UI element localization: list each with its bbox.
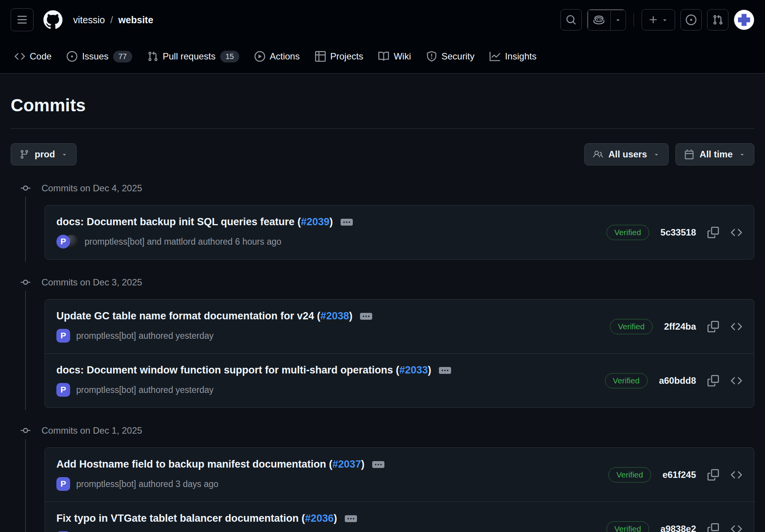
commit-pr-link[interactable]: #2036 (305, 513, 334, 524)
commit-actions: Verified e61f245 (599, 467, 743, 482)
author-avatar[interactable]: P (56, 383, 70, 397)
commit-pr-link[interactable]: #2039 (301, 216, 330, 228)
ellipsis-icon (343, 221, 345, 223)
chevron-down-icon (615, 16, 621, 23)
issues-dashboard-button[interactable] (680, 9, 702, 30)
hamburger-menu-button[interactable] (11, 8, 34, 31)
tab-wiki[interactable]: Wiki (371, 40, 418, 73)
chevron-down-icon (61, 151, 68, 158)
commit-message-expander[interactable] (341, 219, 353, 226)
commit-message-expander[interactable] (372, 461, 384, 468)
author-avatar[interactable]: P (56, 477, 70, 491)
tab-projects[interactable]: Projects (307, 40, 371, 73)
ellipsis-icon (368, 316, 370, 317)
git-commit-icon (19, 277, 32, 287)
commit-pr-link[interactable]: #2037 (333, 458, 361, 470)
issue-opened-icon (67, 51, 77, 62)
commit-message-expander[interactable] (439, 367, 451, 374)
commit-title-text: Fix typo in VTGate tablet balancer docum… (56, 513, 305, 524)
verified-badge[interactable]: Verified (610, 319, 653, 334)
search-button[interactable] (560, 9, 582, 30)
copilot-button[interactable] (587, 10, 610, 30)
commit-title-link[interactable]: Add Hostname field to backup manifest do… (56, 458, 365, 470)
verified-badge[interactable]: Verified (607, 225, 649, 240)
search-icon (566, 14, 576, 25)
tab-pull-requests[interactable]: Pull requests 15 (140, 40, 247, 73)
author-avatar[interactable]: P (56, 329, 70, 343)
breadcrumb-owner[interactable]: vitessio (73, 14, 105, 26)
commit-actions: Verified a9838e2 (597, 521, 743, 532)
branch-label: prod (35, 149, 55, 160)
commit-title-link[interactable]: docs: Document window function support f… (56, 364, 431, 376)
verified-badge[interactable]: Verified (608, 467, 651, 482)
group-body: docs: Document backup init SQL queries f… (11, 205, 754, 260)
copilot-menu-caret[interactable] (610, 10, 626, 30)
tab-issues[interactable]: Issues 77 (59, 40, 140, 73)
commit-title-link[interactable]: Fix typo in VTGate tablet balancer docum… (56, 513, 337, 524)
commit-info: docs: Document window function support f… (56, 364, 451, 397)
commit-info: Fix typo in VTGate tablet balancer docum… (56, 513, 357, 532)
browse-code-button[interactable] (730, 523, 743, 532)
branch-selector[interactable]: prod (11, 143, 77, 165)
git-pull-request-icon (712, 14, 723, 25)
group-date-heading: Commits on Dec 1, 2025 (42, 425, 142, 436)
breadcrumb-repo[interactable]: website (118, 14, 154, 26)
copy-sha-button[interactable] (707, 375, 719, 386)
main-content: Commits prod All users (0, 95, 765, 532)
commit-info: Add Hostname field to backup manifest do… (56, 458, 384, 491)
commit-group: Commits on Dec 3, 2025 Update GC table n… (11, 277, 754, 408)
issue-opened-icon (686, 14, 696, 25)
verified-badge[interactable]: Verified (607, 521, 649, 532)
time-filter-button[interactable]: All time (675, 143, 754, 165)
tab-insights[interactable]: Insights (482, 40, 544, 73)
browse-code-button[interactable] (730, 321, 743, 332)
commit-avatars: P (56, 329, 70, 343)
commit-hash[interactable]: a60bdd8 (659, 375, 696, 386)
tab-actions[interactable]: Actions (247, 40, 307, 73)
git-commit-icon (19, 183, 32, 193)
author-avatar[interactable]: P (56, 235, 70, 248)
commit-hash[interactable]: a9838e2 (661, 524, 696, 532)
commit-message-expander[interactable] (360, 313, 372, 320)
browse-code-button[interactable] (730, 375, 743, 386)
issues-counter: 77 (113, 51, 132, 62)
group-commit-list: docs: Document backup init SQL queries f… (45, 205, 754, 260)
group-header: Commits on Dec 4, 2025 (11, 183, 754, 194)
commit-title-close: ) (330, 216, 333, 228)
browse-code-button[interactable] (730, 227, 743, 238)
copy-sha-button[interactable] (707, 523, 719, 532)
commit-pr-link[interactable]: #2038 (320, 310, 349, 322)
commit-pr-link[interactable]: #2033 (399, 364, 428, 376)
commit-message-expander[interactable] (345, 515, 357, 522)
browse-code-button[interactable] (730, 469, 743, 481)
group-body: Add Hostname field to backup manifest do… (11, 447, 754, 532)
tab-code[interactable]: Code (7, 40, 59, 73)
table-icon (315, 51, 326, 62)
group-header: Commits on Dec 3, 2025 (11, 277, 754, 288)
commit-title-link[interactable]: docs: Document backup init SQL queries f… (56, 216, 333, 228)
commit-hash[interactable]: e61f245 (663, 470, 696, 480)
repo-nav: Code Issues 77 Pull requests 15 Actions … (0, 40, 765, 74)
commit-title-link[interactable]: Update GC table name format documentatio… (56, 310, 352, 322)
header-divider (634, 13, 634, 26)
ellipsis-icon (365, 316, 367, 317)
ellipsis-icon (353, 518, 354, 519)
copy-sha-button[interactable] (707, 227, 719, 238)
copy-sha-button[interactable] (707, 469, 719, 481)
commit-row: Update GC table name format documentatio… (45, 300, 754, 353)
tab-security[interactable]: Security (419, 40, 482, 73)
pull-requests-dashboard-button[interactable] (707, 9, 728, 30)
create-new-button[interactable] (642, 9, 675, 30)
ellipsis-icon (347, 518, 349, 519)
commit-hash[interactable]: 2ff24ba (664, 321, 696, 332)
copy-sha-button[interactable] (707, 321, 719, 332)
commit-hash[interactable]: 5c33518 (661, 227, 696, 238)
group-date-heading: Commits on Dec 3, 2025 (42, 277, 142, 288)
copy-icon (707, 227, 719, 238)
commit-avatars: P (56, 235, 78, 248)
verified-badge[interactable]: Verified (605, 373, 648, 388)
users-filter-button[interactable]: All users (584, 143, 669, 165)
calendar-icon (684, 149, 694, 159)
github-logo[interactable] (43, 10, 62, 29)
user-avatar[interactable] (734, 10, 754, 30)
